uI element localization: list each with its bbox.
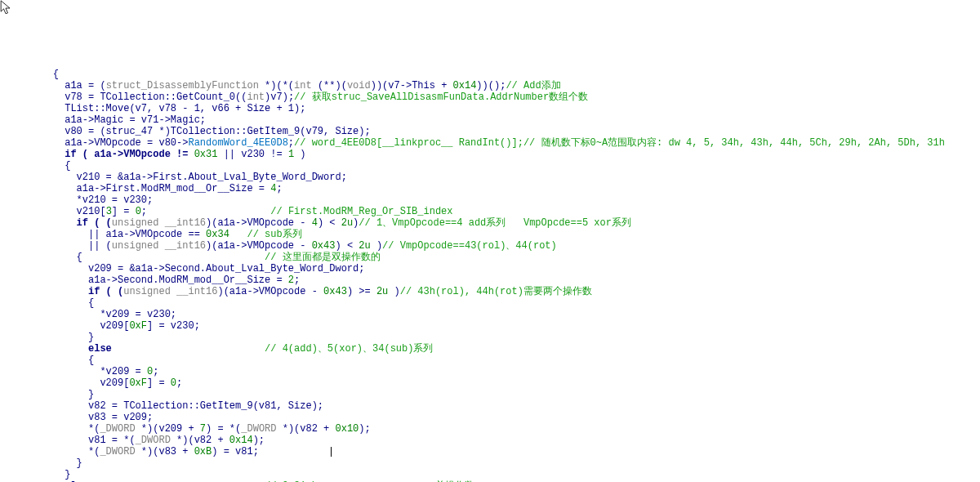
code-line: || a1a->VMOpcode == 0x34 // sub系列	[29, 229, 302, 240]
code-line: }	[29, 469, 70, 480]
code-line: v209[0xF] = 0;	[29, 377, 182, 389]
code-line: v78 = TCollection::GetCount_0((int)v7);/…	[29, 91, 588, 103]
code-line: v81 = *(_DWORD *)(v82 + 0x14);	[29, 435, 265, 446]
code-line: a1a->VMOpcode = v80->RandomWord_4EE0D8;/…	[29, 137, 945, 149]
code-line: a1a->First.ModRM_mod__Or__Size = 4;	[29, 183, 283, 194]
code-line: a1a = (struct_DisassemblyFunction *)(*(i…	[29, 80, 561, 91]
code-line: v210[3] = 0; // First.ModRM_Reg_Or_SIB_i…	[29, 206, 453, 217]
code-line: {	[29, 297, 94, 309]
code-line: }	[29, 389, 94, 400]
code-line: if ( a1a->VMOpcode != 0x31 || v230 != 1 …	[29, 149, 305, 160]
code-line: v83 = v209;	[29, 412, 153, 423]
code-line: *v209 = 0;	[29, 366, 158, 377]
code-line: }	[29, 457, 82, 469]
code-line: }	[29, 332, 94, 343]
code-line: else // 4(add)、5(xor)、34(sub)系列	[29, 343, 433, 355]
code-line: *v209 = v230;	[29, 309, 176, 320]
code-line: || (unsigned __int16)(a1a->VMOpcode - 0x…	[29, 240, 557, 252]
code-line: v82 = TCollection::GetItem_9(v81, Size);	[29, 400, 323, 412]
code-line: { // 这里面都是双操作数的	[29, 252, 381, 263]
code-line: *(_DWORD *)(v209 + 7) = *(_DWORD *)(v82 …	[29, 423, 371, 435]
code-line: *v210 = v230;	[29, 194, 153, 206]
code-viewport[interactable]: { a1a = (struct_DisassemblyFunction *)(*…	[0, 69, 980, 482]
code-line: if ( (unsigned __int16)(a1a->VMOpcode - …	[29, 286, 592, 297]
text-caret-icon	[331, 447, 332, 457]
code-line: TList::Move(v7, v78 - 1, v66 + Size + 1)…	[29, 103, 305, 114]
code-line: v210 = &a1a->First.About_Lval_Byte_Word_…	[29, 172, 347, 183]
code-line: v209 = &a1a->Second.About_Lval_Byte_Word…	[29, 263, 364, 274]
mouse-cursor-icon	[0, 0, 11, 16]
code-line: {	[29, 355, 94, 366]
code-line: a1a->Second.ModRM_mod__Or__Size = 2;	[29, 274, 300, 286]
code-line: if ( (unsigned __int16)(a1a->VMOpcode - …	[29, 217, 631, 229]
code-line: v209[0xF] = v230;	[29, 320, 200, 332]
code-line: v80 = (struc_47 *)TCollection::GetItem_9…	[29, 126, 371, 137]
code-line: *(_DWORD *)(v83 + 0xB) = v81;	[29, 446, 332, 457]
code-line: {	[29, 69, 59, 80]
code-line: {	[29, 160, 70, 172]
code-line: a1a->Magic = v71->Magic;	[29, 114, 206, 126]
